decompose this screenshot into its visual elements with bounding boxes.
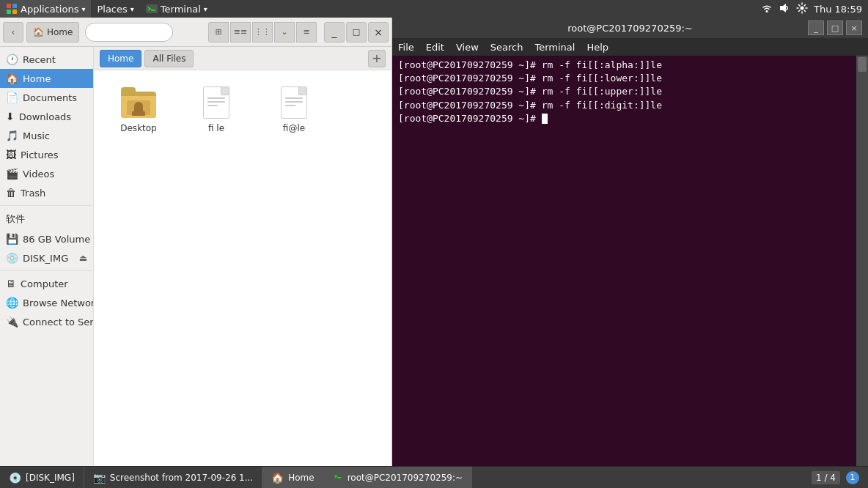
terminal-menu-view[interactable]: View xyxy=(450,38,485,56)
search-input[interactable] xyxy=(85,23,173,42)
terminal-menu[interactable]: Terminal ▾ xyxy=(140,0,213,18)
home-label: Home xyxy=(47,27,73,37)
terminal-title: root@PC201709270259:~ xyxy=(567,23,693,34)
path-allfiles-button[interactable]: All Files xyxy=(144,50,194,67)
file2-label: fi@le xyxy=(283,123,305,133)
fm-body: 🕐 Recent 🏠 Home 📄 Documents ⬇ Downloads … xyxy=(0,47,391,466)
sidebar-item-recent[interactable]: 🕐 Recent xyxy=(0,50,93,69)
sidebar-item-86gb[interactable]: 💾 86 GB Volume xyxy=(0,229,93,248)
wifi-icon xyxy=(761,2,773,16)
file-item-desktop[interactable]: Desktop xyxy=(106,82,172,136)
maximize-button[interactable]: □ xyxy=(346,22,367,42)
places-label: Places xyxy=(97,4,127,15)
terminal-menu-help[interactable]: Help xyxy=(581,38,614,56)
home-icon: 🏠 xyxy=(33,27,44,37)
terminal-minimize-button[interactable]: _ xyxy=(808,21,824,35)
terminal-menu-view-label: View xyxy=(456,42,479,53)
sidebar-item-trash[interactable]: 🗑 Trash xyxy=(0,183,93,202)
fm-path-bar: Home All Files + xyxy=(94,47,391,70)
settings-icon[interactable] xyxy=(796,2,808,16)
taskbar-terminal-icon xyxy=(333,471,343,484)
list-view-button[interactable]: ≡≡ xyxy=(230,22,251,42)
svg-point-6 xyxy=(765,10,768,12)
home-sidebar-icon: 🏠 xyxy=(6,73,18,84)
sidebar-item-pictures[interactable]: 🖼 Pictures xyxy=(0,145,93,164)
taskbar-item-terminal[interactable]: root@PC201709270259:~ xyxy=(324,467,472,489)
compact-view-button[interactable]: ⋮⋮ xyxy=(252,22,273,42)
terminal-icon xyxy=(146,3,158,15)
terminal-body[interactable]: [root@PC201709270259 ~]# rm -f fi[[:alph… xyxy=(392,56,856,466)
taskbar-item-home[interactable]: 🏠 Home xyxy=(262,467,323,489)
pictures-icon: 🖼 xyxy=(6,149,16,160)
file-item-file1[interactable]: fi le xyxy=(183,82,249,136)
more-button[interactable]: ≡ xyxy=(296,22,317,42)
taskbar-item-screenshot[interactable]: 📷 Screenshot from 2017-09-26 1... xyxy=(84,467,262,489)
taskbar-home-label: Home xyxy=(288,473,314,483)
applications-menu[interactable]: Applications ▾ xyxy=(0,0,91,18)
svg-rect-4 xyxy=(146,4,158,13)
terminal-menu-search[interactable]: Search xyxy=(485,38,529,56)
home-button[interactable]: 🏠 Home xyxy=(26,22,79,42)
top-bar: Applications ▾ Places ▾ Terminal ▾ xyxy=(0,0,868,18)
eject-icon[interactable]: ⏏ xyxy=(79,253,87,263)
more-icon: ≡ xyxy=(303,27,309,37)
terminal-line-3: [root@PC201709270259 ~]# rm -f fi[[:uppe… xyxy=(398,85,850,98)
sort-button[interactable]: ⌄ xyxy=(274,22,295,42)
terminal-line-4: [root@PC201709270259 ~]# rm -f fi[[:digi… xyxy=(398,99,850,112)
places-menu[interactable]: Places ▾ xyxy=(91,0,139,18)
taskbar-diskimg-icon: 💿 xyxy=(9,472,21,484)
sidebar-item-software[interactable]: 软件 xyxy=(0,209,93,229)
sidebar-item-home[interactable]: 🏠 Home xyxy=(0,69,93,88)
desktop-folder-label: Desktop xyxy=(120,123,157,133)
sidebar-item-diskimg[interactable]: 💿 DISK_IMG ⏏ xyxy=(0,248,93,267)
applications-label: Applications xyxy=(21,4,78,15)
sidebar-item-label-videos: Videos xyxy=(23,169,54,180)
terminal-scrollbar[interactable] xyxy=(856,56,868,466)
back-button[interactable]: ‹ xyxy=(3,22,23,42)
sidebar-item-label-downloads: Downloads xyxy=(19,111,71,122)
terminal-label: Terminal xyxy=(161,4,201,15)
main-area: ‹ 🏠 Home ⊞ ≡≡ ⋮⋮ ⌄ xyxy=(0,18,868,466)
terminal-chevron: ▾ xyxy=(204,5,207,13)
sidebar-item-downloads[interactable]: ⬇ Downloads xyxy=(0,107,93,126)
taskbar-diskimg-label: [DISK_IMG] xyxy=(26,473,75,483)
clock: Thu 18:59 xyxy=(814,4,862,15)
sidebar-item-label-86gb: 86 GB Volume xyxy=(23,234,90,245)
minimize-button[interactable]: _ xyxy=(324,22,345,42)
terminal-cursor xyxy=(542,114,548,124)
icon-view-button[interactable]: ⊞ xyxy=(208,22,229,42)
sidebar-item-connect-server[interactable]: 🔌 Connect to Server xyxy=(0,312,93,331)
terminal-menu-search-label: Search xyxy=(490,42,523,53)
path-home-button[interactable]: Home xyxy=(100,50,141,67)
places-chevron: ▾ xyxy=(130,5,134,13)
sidebar-item-browse-network[interactable]: 🌐 Browse Network xyxy=(0,293,93,312)
terminal-menu-edit[interactable]: Edit xyxy=(420,38,450,56)
sidebar-item-label-trash: Trash xyxy=(21,188,45,199)
volume-icon xyxy=(779,2,790,16)
sidebar-item-music[interactable]: 🎵 Music xyxy=(0,126,93,145)
terminal-menu-file-label: File xyxy=(398,42,414,53)
svg-rect-1 xyxy=(12,4,17,8)
terminal-close-button[interactable]: × xyxy=(846,21,862,35)
compact-icon: ⋮⋮ xyxy=(254,27,271,37)
sidebar-item-label-documents: Documents xyxy=(23,92,77,103)
svg-rect-0 xyxy=(7,4,11,8)
diskimg-icon: 💿 xyxy=(6,252,18,264)
file-item-file2[interactable]: fi@le xyxy=(261,82,327,136)
pager-number: 1 / 4 xyxy=(812,471,840,484)
sidebar-item-videos[interactable]: 🎬 Videos xyxy=(0,164,93,183)
sidebar-item-computer[interactable]: 🖥 Computer xyxy=(0,274,93,293)
file2-icon xyxy=(276,85,312,120)
taskbar-item-diskimg[interactable]: 💿 [DISK_IMG] xyxy=(0,467,84,489)
terminal-maximize-button[interactable]: □ xyxy=(827,21,843,35)
terminal-line-2: [root@PC201709270259 ~]# rm -f fi[[:lowe… xyxy=(398,72,850,85)
taskbar-pager: 1 / 4 1 xyxy=(803,471,868,484)
close-button[interactable]: × xyxy=(368,22,389,42)
sidebar-item-documents[interactable]: 📄 Documents xyxy=(0,88,93,107)
terminal-menu-file[interactable]: File xyxy=(392,38,420,56)
terminal-menu-terminal[interactable]: Terminal xyxy=(529,38,581,56)
volume-sidebar-icon: 💾 xyxy=(6,233,18,245)
path-add-button[interactable]: + xyxy=(368,50,386,67)
terminal-menu-edit-label: Edit xyxy=(426,42,444,53)
terminal-body-container: [root@PC201709270259 ~]# rm -f fi[[:alph… xyxy=(392,56,868,466)
